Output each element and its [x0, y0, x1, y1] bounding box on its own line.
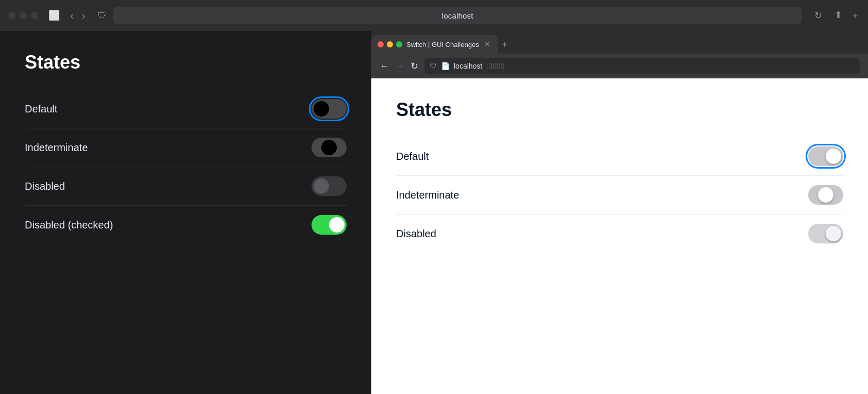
left-row-default: Default [25, 90, 347, 128]
url-forward-button[interactable]: → [395, 61, 404, 72]
right-panel: States Default Indeterminate Disabled [371, 78, 868, 273]
back-button[interactable]: ‹ [68, 9, 76, 23]
tab-min-dot[interactable] [387, 41, 393, 47]
browser-chrome: ⬜ ‹ › 🛡 localhost ↻ ⬆ ＋ [0, 0, 868, 31]
right-row-indeterminate: Indeterminate [396, 176, 843, 214]
toggle-knob [826, 149, 841, 164]
sidebar-icon[interactable]: ⬜ [48, 10, 60, 21]
left-row-disabled-checked: Disabled (checked) [25, 206, 347, 244]
toggle-knob [314, 101, 329, 117]
share-icon[interactable]: ⬆ [834, 9, 842, 22]
toggle-disabled-dark [312, 176, 347, 196]
toggle-knob [314, 178, 329, 194]
left-panel: States Default Indeterminate Disabled Di… [0, 31, 371, 394]
new-tab-icon[interactable]: ＋ [850, 9, 860, 22]
right-toolbar: ⬆ ＋ [834, 9, 860, 22]
browser-content: States Default Indeterminate Disabled [371, 78, 868, 394]
address-bar[interactable]: localhost [113, 7, 802, 24]
left-row-disabled: Disabled [25, 167, 347, 205]
toggle-knob [818, 187, 833, 203]
forward-button[interactable]: › [80, 9, 88, 23]
tab-traffic-lights [378, 41, 402, 47]
toggle-knob [329, 217, 345, 233]
right-row-default: Default [396, 137, 843, 175]
toggle-indeterminate-light[interactable] [808, 185, 843, 205]
nav-arrows: ‹ › [68, 9, 87, 23]
url-reload-button[interactable]: ↻ [411, 60, 418, 72]
url-input[interactable]: 🛡 📄 localhost :3000 [424, 58, 860, 74]
toggle-knob [321, 140, 337, 155]
toggle-indeterminate-dark[interactable] [312, 138, 347, 157]
url-bar: ← → ↻ 🛡 📄 localhost :3000 [371, 54, 868, 78]
left-label-disabled: Disabled [25, 180, 65, 192]
toggle-green-dark[interactable] [312, 215, 347, 235]
url-port: :3000 [486, 62, 504, 70]
url-back-button[interactable]: ← [380, 61, 389, 72]
toggle-default-dark[interactable] [312, 99, 347, 119]
new-tab-button[interactable]: + [498, 35, 512, 54]
left-row-indeterminate: Indeterminate [25, 128, 347, 167]
tab-title: Switch | GUI Challenges [406, 41, 479, 48]
right-section-title: States [396, 99, 843, 121]
right-label-disabled: Disabled [396, 228, 436, 240]
right-label-indeterminate: Indeterminate [396, 189, 459, 201]
shield-icon: 🛡 [97, 10, 107, 21]
right-row-disabled: Disabled [396, 215, 843, 253]
tab-close-dot[interactable] [378, 41, 384, 47]
address-text: localhost [442, 11, 473, 20]
toggle-disabled-light [808, 224, 843, 243]
url-shield-icon: 🛡 [430, 62, 437, 70]
toggle-knob [826, 226, 841, 241]
reload-button[interactable]: ↻ [814, 10, 822, 21]
left-label-default: Default [25, 103, 57, 115]
traffic-lights [8, 12, 38, 19]
left-label-disabled-checked: Disabled (checked) [25, 219, 113, 231]
tab-max-dot[interactable] [396, 41, 402, 47]
tab-close-button[interactable]: ✕ [483, 39, 492, 50]
close-traffic-light[interactable] [8, 12, 15, 19]
maximize-traffic-light[interactable] [31, 12, 38, 19]
right-label-default: Default [396, 151, 429, 162]
browser-window: Switch | GUI Challenges ✕ + ← → ↻ 🛡 📄 lo… [371, 31, 868, 394]
tab-bar: Switch | GUI Challenges ✕ + [371, 31, 868, 54]
left-section-title: States [25, 52, 347, 73]
toggle-default-light[interactable] [808, 146, 843, 166]
left-label-indeterminate: Indeterminate [25, 142, 88, 154]
minimize-traffic-light[interactable] [20, 12, 27, 19]
tab-item[interactable]: Switch | GUI Challenges ✕ [371, 35, 498, 54]
url-hostname: localhost [454, 62, 482, 70]
url-doc-icon: 📄 [441, 62, 450, 70]
